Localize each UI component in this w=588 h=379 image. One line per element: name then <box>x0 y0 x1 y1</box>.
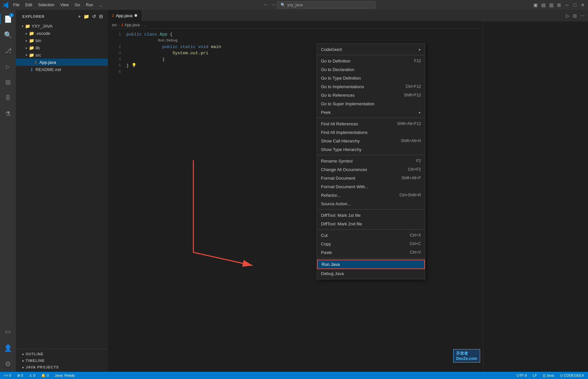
new-file-button[interactable]: + <box>77 13 82 20</box>
breadcrumb-filename[interactable]: App.java <box>124 23 140 27</box>
tab-app-java[interactable]: J App.java <box>108 10 141 21</box>
nav-forward-button[interactable]: → <box>270 1 277 9</box>
menu-selection[interactable]: Selection <box>36 2 57 8</box>
activity-settings[interactable]: ⚙ <box>0 356 16 372</box>
ctx-paste[interactable]: Paste Ctrl+V <box>317 248 425 257</box>
customize-layout-icon[interactable]: ⊞ <box>556 2 562 8</box>
split-editor-icon[interactable]: ⊟ <box>572 13 577 19</box>
ctx-go-to-refs[interactable]: Go to References Shift+F12 <box>317 91 425 99</box>
activity-testing[interactable]: ⚗ <box>0 106 16 122</box>
breadcrumb-file[interactable]: J <box>121 23 123 27</box>
ctx-rename-symbol[interactable]: Rename Symbol F2 <box>317 157 425 165</box>
menu-file[interactable]: File <box>11 2 22 8</box>
ctx-go-to-type-def[interactable]: Go to Type Definition <box>317 74 425 82</box>
sidebar-toggle-icon[interactable]: ▥ <box>549 2 554 8</box>
activity-search[interactable]: 🔍 <box>0 27 16 43</box>
status-notifications[interactable]: 🔔 0 <box>40 373 50 378</box>
line-numbers: 1 2 3 4 5 6 <box>108 29 124 372</box>
tree-vscode[interactable]: ▸ 📁 .vscode <box>16 30 108 37</box>
ctx-source-action[interactable]: Source Action... <box>317 199 425 208</box>
ctx-peek[interactable]: Peek ▸ <box>317 108 425 116</box>
ctx-cut[interactable]: Cut Ctrl+X <box>317 231 425 240</box>
ctx-codegeex[interactable]: CodeGeeX ▸ <box>317 45 425 54</box>
java-file-icon: J <box>33 60 38 65</box>
status-warnings[interactable]: ⚠ 0 <box>28 373 37 378</box>
tree-lib[interactable]: ▸ 📁 lib <box>16 44 108 51</box>
ctx-change-all[interactable]: Change All Occurrences Ctrl+F2 <box>317 165 425 174</box>
breadcrumb-more[interactable]: ... <box>144 23 147 27</box>
status-language[interactable]: {} Java <box>542 373 555 377</box>
activity-source-control[interactable]: ⎇ <box>0 43 16 59</box>
maximize-button[interactable]: □ <box>572 2 577 8</box>
more-actions-icon[interactable]: ⋯ <box>579 13 585 19</box>
new-folder-button[interactable]: 📁 <box>83 13 90 20</box>
tree-item-label: .vscode <box>36 31 50 36</box>
java-ready-label: Java: Ready <box>55 373 75 377</box>
code-content[interactable]: public class App { Run | Debug public st… <box>124 29 483 372</box>
tree-bin[interactable]: ▸ 📁 bin <box>16 37 108 44</box>
ctx-find-all-impl[interactable]: Find All Implementations <box>317 128 425 137</box>
java-tab-icon: J <box>112 13 114 17</box>
ctx-call-hierarchy[interactable]: Show Call Hierarchy Shift+Alt+H <box>317 137 425 145</box>
activity-run-debug[interactable]: ▷ <box>0 59 16 74</box>
ctx-format-doc[interactable]: Format Document Shift+Alt+F <box>317 174 425 182</box>
tree-item-label: App.java <box>39 60 56 65</box>
status-java-ready[interactable]: Java: Ready <box>53 373 76 377</box>
ctx-format-doc-with[interactable]: Format Document With... <box>317 182 425 191</box>
status-line-ending[interactable]: LF <box>531 373 538 377</box>
ctx-type-hierarchy[interactable]: Show Type Hierarchy <box>317 145 425 154</box>
ctx-debug-java[interactable]: Debug Java <box>317 269 425 278</box>
status-remote[interactable]: <> 0 <box>3 373 12 377</box>
search-bar[interactable]: 🔍 yxy_java <box>277 1 376 9</box>
ctx-go-to-impl[interactable]: Go to Implementations Ctrl+F12 <box>317 82 425 91</box>
menu-run[interactable]: Run <box>83 2 96 8</box>
activity-account[interactable]: 👤 <box>0 340 16 356</box>
ctx-go-to-super[interactable]: Go to Super Implementation <box>317 99 425 108</box>
status-encoding[interactable]: UTF-8 <box>515 373 528 377</box>
ctx-item-label: DiffTool: Mark 2nd file <box>321 221 421 226</box>
menu-view[interactable]: View <box>58 2 71 8</box>
run-icon[interactable]: ▷ <box>565 13 570 19</box>
sidebar-section-outline[interactable]: ▸ OUTLINE <box>16 351 108 357</box>
refresh-button[interactable]: ↺ <box>91 13 97 20</box>
ctx-go-to-decl[interactable]: Go to Declaration <box>317 65 425 74</box>
panel-toggle-icon[interactable]: ▤ <box>541 2 546 8</box>
tree-app-java[interactable]: ▸ J App.java <box>16 59 108 66</box>
collapse-all-button[interactable]: ⊟ <box>98 13 104 20</box>
ctx-copy[interactable]: Copy Ctrl+C <box>317 240 425 248</box>
line-ending-label: LF <box>533 373 537 377</box>
menu-go[interactable]: Go <box>72 2 83 8</box>
activity-database[interactable]: 🗄 <box>0 90 16 106</box>
search-input-value: yxy_java <box>287 3 303 7</box>
sidebar-section-timeline[interactable]: ▸ TIMELINE <box>16 357 108 364</box>
ctx-refactor[interactable]: Refactor... Ctrl+Shift+R <box>317 191 425 199</box>
tree-readme[interactable]: ▸ ℹ README.md <box>16 66 108 73</box>
tree-item-label: bin <box>36 38 41 43</box>
nav-back-button[interactable]: ← <box>262 1 270 9</box>
ctx-item-shortcut: Ctrl+C <box>410 241 421 246</box>
ctx-find-all-refs[interactable]: Find All References Shift+Alt+F12 <box>317 119 425 128</box>
tree-src[interactable]: ▾ 📁 src <box>16 51 108 59</box>
ctx-item-label: Run Java <box>322 262 420 267</box>
menu-edit[interactable]: Edit <box>23 2 35 8</box>
activity-explorer[interactable]: 📄 1 <box>0 11 16 27</box>
watermark-line2: DevZe.com <box>456 356 477 361</box>
ctx-run-java[interactable]: Run Java <box>317 260 425 269</box>
code-editor[interactable]: 1 2 3 4 5 6 public class App { Run | Deb… <box>108 29 483 372</box>
activity-remote[interactable]: <> <box>0 324 16 340</box>
tree-project-root[interactable]: ▾ 📁 YXY_JAVA <box>16 22 108 30</box>
breadcrumb-src[interactable]: src <box>112 23 117 27</box>
layout-toggle-icon[interactable]: ▣ <box>533 2 538 8</box>
ctx-go-to-def[interactable]: Go to Definition F12 <box>317 57 425 65</box>
minimize-button[interactable]: ─ <box>564 2 570 8</box>
status-codegeex[interactable]: ⟨⟩ CODEGEEX <box>559 373 585 378</box>
error-icon: ⊗ <box>17 373 20 378</box>
ctx-difftool-2nd[interactable]: DiffTool: Mark 2nd file <box>317 219 425 228</box>
status-errors[interactable]: ⊗ 0 <box>16 373 24 378</box>
activity-extensions[interactable]: ⊞ <box>0 74 16 90</box>
menu-more[interactable]: ... <box>96 2 105 8</box>
ctx-difftool-1st[interactable]: DiffTool: Mark 1st file <box>317 211 425 219</box>
close-button[interactable]: ✕ <box>580 2 585 8</box>
sidebar-section-java-projects[interactable]: ▸ JAVA PROJECTS <box>16 364 108 370</box>
ctx-item-shortcut: F2 <box>416 159 421 163</box>
